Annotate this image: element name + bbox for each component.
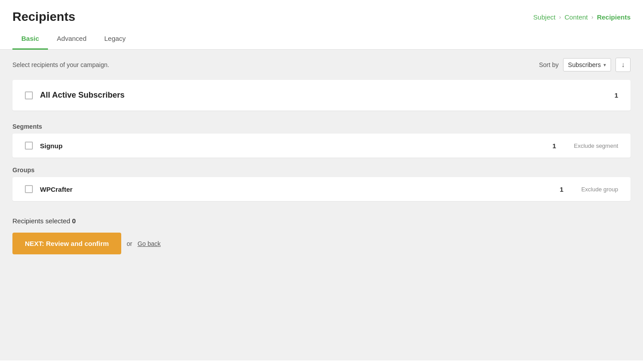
segment-signup-name: Signup [40,142,545,150]
next-review-confirm-button[interactable]: NEXT: Review and confirm [12,233,121,254]
tabs-bar: Basic Advanced Legacy [0,28,643,50]
group-wpcrafter-checkbox[interactable] [25,185,33,193]
go-back-link[interactable]: Go back [138,240,161,247]
footer-area: Recipients selected 0 NEXT: Review and c… [0,205,643,265]
groups-section-label: Groups [0,161,643,177]
recipients-selected-label: Recipients selected [12,217,70,225]
tab-advanced[interactable]: Advanced [48,28,95,50]
segments-section-label: Segments [0,118,643,134]
sort-by-label: Sort by [539,61,559,68]
breadcrumb: Subject › Content › Recipients [533,13,631,21]
or-text: or [127,240,132,247]
segment-signup-checkbox[interactable] [25,142,33,150]
group-wpcrafter-row: WPCrafter 1 Exclude group [12,177,631,201]
group-wpcrafter-name: WPCrafter [40,186,553,193]
breadcrumb-sep-1: › [559,14,561,20]
toolbar: Select recipients of your campaign. Sort… [0,50,643,80]
all-subscribers-checkbox[interactable] [25,91,33,99]
segment-signup-row: Signup 1 Exclude segment [12,134,631,158]
recipients-selected-count: 0 [72,217,75,225]
header: Recipients Subject › Content › Recipient… [0,0,643,24]
select-recipients-label: Select recipients of your campaign. [12,61,109,68]
chevron-down-icon: ▾ [603,62,606,68]
sort-direction-button[interactable]: ↓ [615,58,631,72]
sort-dropdown-value: Subscribers [568,61,601,68]
page-title: Recipients [12,10,75,24]
sort-dropdown[interactable]: Subscribers ▾ [563,58,611,71]
all-subscribers-count: 1 [615,91,618,99]
footer-actions: NEXT: Review and confirm or Go back [12,233,631,254]
exclude-group-link[interactable]: Exclude group [581,186,618,193]
main-content: Select recipients of your campaign. Sort… [0,50,643,360]
group-wpcrafter-count: 1 [560,186,564,193]
breadcrumb-subject[interactable]: Subject [533,13,556,21]
tab-basic[interactable]: Basic [12,28,48,50]
tab-legacy[interactable]: Legacy [95,28,135,50]
breadcrumb-recipients[interactable]: Recipients [597,13,631,21]
recipients-selected-info: Recipients selected 0 [12,217,631,225]
sort-area: Sort by Subscribers ▾ ↓ [539,58,631,72]
all-subscribers-label: All Active Subscribers [40,91,607,100]
breadcrumb-sep-2: › [591,14,593,20]
segment-signup-count: 1 [552,142,556,150]
sort-down-icon: ↓ [621,61,625,69]
all-active-subscribers-card: All Active Subscribers 1 [12,80,631,111]
breadcrumb-content[interactable]: Content [564,13,588,21]
exclude-segment-link[interactable]: Exclude segment [574,142,618,149]
